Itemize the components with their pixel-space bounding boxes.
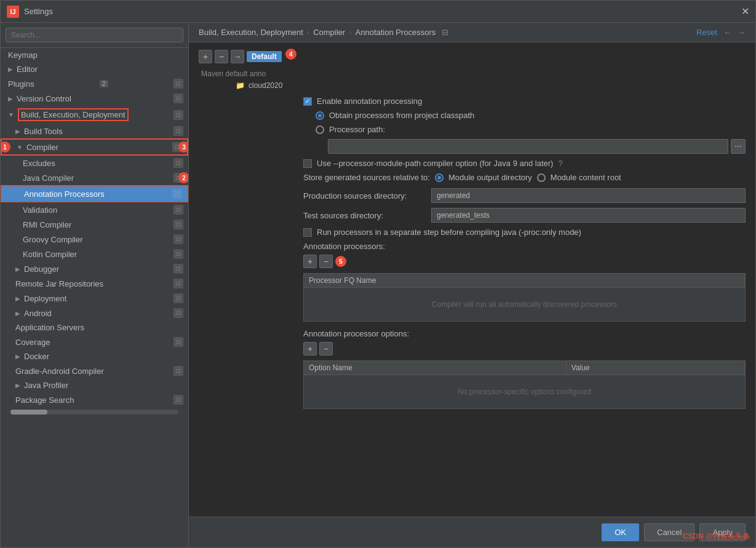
breadcrumb-window-icon: ⊟ <box>442 28 448 37</box>
package-search-icon-btn[interactable]: □ <box>173 395 183 405</box>
sidebar-item-java-compiler[interactable]: Java Compiler □ <box>1 170 188 185</box>
production-dir-field[interactable] <box>431 188 746 203</box>
app-icon: IJ <box>7 6 19 18</box>
android-icon-btn[interactable]: □ <box>173 308 183 318</box>
sidebar-search-input[interactable] <box>6 28 183 42</box>
sidebar-item-coverage[interactable]: Coverage □ <box>1 335 188 349</box>
sidebar-item-version-control[interactable]: ▶ Version Control □ <box>1 91 188 106</box>
module-output-radio[interactable] <box>435 173 444 182</box>
close-button[interactable]: ✕ <box>741 6 749 17</box>
run-processors-checkbox[interactable] <box>303 228 312 237</box>
build-tools-icon-btn[interactable]: □ <box>173 126 183 136</box>
add-processor-button[interactable]: + <box>303 255 317 268</box>
plugins-icon-btn[interactable]: □ <box>173 79 183 89</box>
sidebar-item-application-servers[interactable]: Application Servers <box>1 320 188 335</box>
sidebar-item-package-search[interactable]: Package Search □ <box>1 392 188 407</box>
sidebar-item-build-tools[interactable]: ▶ Build Tools □ <box>1 124 188 138</box>
enable-annotation-row: ✓ Enable annotation processing <box>303 97 746 106</box>
sidebar-item-gradle-android[interactable]: Gradle-Android Compiler □ <box>1 363 188 378</box>
processor-path-label: Processor path: <box>329 125 385 134</box>
debugger-icon-btn[interactable]: □ <box>173 264 183 274</box>
sidebar-item-android[interactable]: ▶ Android □ <box>1 306 188 320</box>
build-icon-btn[interactable]: □ <box>173 110 183 120</box>
processor-path-radio[interactable] <box>316 125 324 134</box>
compiler-expand-icon: ▼ <box>17 144 23 151</box>
editor-label: Editor <box>17 65 38 74</box>
sidebar-item-remote-jar[interactable]: Remote Jar Repositories □ <box>1 276 188 291</box>
android-label: Android <box>24 309 52 318</box>
processor-path-field[interactable] <box>328 139 728 154</box>
settings-panel: + − → Default 4 Maven default anno 📁 clo… <box>189 42 755 517</box>
cloud-folder-item[interactable]: 📁 cloud2020 <box>199 79 746 92</box>
sidebar-item-groovy-compiler[interactable]: Groovy Compiler □ <box>1 232 188 247</box>
remove-option-button[interactable]: − <box>319 342 333 355</box>
docker-label: Docker <box>24 352 49 361</box>
nav-back-button[interactable]: ← <box>723 28 731 37</box>
remove-button[interactable]: − <box>215 50 228 63</box>
plugins-label: Plugins <box>8 79 34 89</box>
build-tools-expand-icon: ▶ <box>15 128 20 135</box>
gradle-android-icon-btn[interactable]: □ <box>173 366 183 376</box>
sidebar-item-editor[interactable]: ▶ Editor <box>1 62 188 76</box>
sidebar-item-annotation-processors[interactable]: Annotation Processors □ <box>1 185 188 202</box>
sidebar-search-container <box>1 23 188 48</box>
rmi-compiler-icon-btn[interactable]: □ <box>173 220 183 229</box>
use-module-path-checkbox[interactable] <box>303 159 312 168</box>
browse-processor-path-button[interactable]: ⋯ <box>731 139 746 154</box>
remove-processor-button[interactable]: − <box>319 255 333 268</box>
sidebar-item-java-profiler[interactable]: ▶ Java Profiler <box>1 378 188 392</box>
debugger-label: Debugger <box>24 264 59 274</box>
sidebar-item-kotlin-compiler[interactable]: Kotlin Compiler □ <box>1 247 188 261</box>
annotation-options-title: Annotation processor options: <box>303 329 746 338</box>
sidebar-item-rmi-compiler[interactable]: RMI Compiler □ <box>1 217 188 232</box>
sidebar-item-debugger[interactable]: ▶ Debugger □ <box>1 261 188 276</box>
add-option-button[interactable]: + <box>303 342 317 355</box>
sidebar-item-plugins[interactable]: Plugins 2 □ <box>1 76 188 91</box>
android-expand-icon: ▶ <box>15 310 20 317</box>
coverage-icon-btn[interactable]: □ <box>173 337 183 347</box>
build-tools-label: Build Tools <box>24 127 63 136</box>
sidebar-item-docker[interactable]: ▶ Docker <box>1 349 188 363</box>
marker-5: 5 <box>335 256 346 267</box>
sidebar-item-keymap[interactable]: Keymap <box>1 48 188 62</box>
excludes-icon-btn[interactable]: □ <box>173 158 183 168</box>
validation-icon-btn[interactable]: □ <box>173 205 183 215</box>
options-table: Option Name Value No processor-specific … <box>303 360 746 409</box>
vc-icon-btn[interactable]: □ <box>173 93 183 103</box>
sidebar-item-deployment[interactable]: ▶ Deployment □ <box>1 291 188 306</box>
package-search-label: Package Search <box>15 395 74 405</box>
reset-button[interactable]: Reset <box>696 28 717 37</box>
sidebar-item-build-execution[interactable]: ▼ Build, Execution, Deployment □ <box>1 106 188 124</box>
annotation-processors-icon-btn[interactable]: □ <box>172 189 182 199</box>
remote-jar-icon-btn[interactable]: □ <box>173 279 183 288</box>
sidebar-item-excludes[interactable]: Excludes □ <box>1 156 188 170</box>
breadcrumb-sep1: › <box>307 28 309 37</box>
move-button[interactable]: → <box>231 50 244 63</box>
breadcrumb-part1: Build, Execution, Deployment <box>199 28 303 37</box>
ok-button[interactable]: OK <box>602 523 639 541</box>
kotlin-compiler-icon-btn[interactable]: □ <box>173 249 183 259</box>
sidebar-item-validation[interactable]: Validation □ <box>1 202 188 217</box>
module-content-radio[interactable] <box>537 173 546 182</box>
add-button[interactable]: + <box>199 50 212 63</box>
value-col: Value <box>567 361 745 375</box>
test-dir-field[interactable] <box>431 208 746 223</box>
processors-table-body: Compiler will run all automatically disc… <box>304 288 745 321</box>
gradle-android-label: Gradle-Android Compiler <box>15 367 104 376</box>
deployment-icon-btn[interactable]: □ <box>173 293 183 303</box>
obtain-processors-row: Obtain processors from project classpath <box>303 111 746 120</box>
build-execution-label: Build, Execution, Deployment <box>18 108 129 121</box>
sidebar-item-compiler[interactable]: ▼ Compiler □ <box>1 138 188 156</box>
sidebar-scrollbar[interactable] <box>6 410 183 415</box>
nav-forward-button[interactable]: → <box>738 28 746 37</box>
annotation-processors-label: Annotation Processors <box>24 189 105 199</box>
run-processors-row: Run processors in a separate step before… <box>303 228 746 237</box>
production-dir-label: Production sources directory: <box>303 191 426 201</box>
obtain-processors-radio[interactable] <box>316 111 324 120</box>
groovy-compiler-icon-btn[interactable]: □ <box>173 234 183 244</box>
enable-annotation-checkbox[interactable]: ✓ <box>303 97 312 106</box>
default-processor-tag[interactable]: Default <box>247 51 282 62</box>
run-processors-label: Run processors in a separate step before… <box>317 228 581 237</box>
help-icon: ? <box>558 159 562 168</box>
debugger-expand-icon: ▶ <box>15 266 20 272</box>
